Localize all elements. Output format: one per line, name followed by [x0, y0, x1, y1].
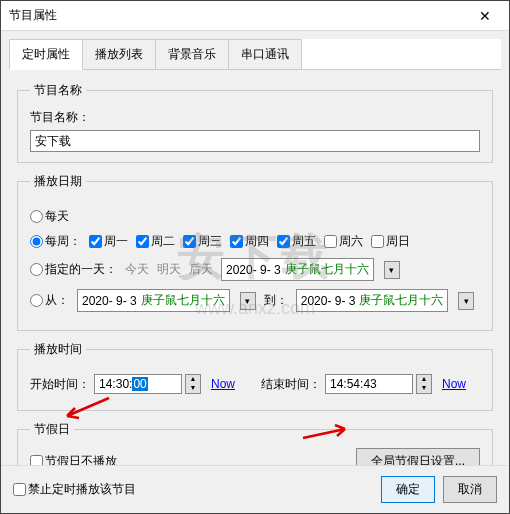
group-play-date: 播放日期 每天 每周： 周一 周二 周三 周四 周五 周六 周日 — [17, 173, 493, 331]
check-thu[interactable]: 周四 — [230, 233, 269, 250]
check-tue[interactable]: 周二 — [136, 233, 175, 250]
spin-down-icon[interactable]: ▼ — [417, 384, 431, 393]
spinner-start[interactable]: ▲ ▼ — [185, 374, 201, 394]
label-program-name: 节目名称： — [30, 109, 480, 126]
legend-holiday: 节假日 — [30, 421, 74, 438]
check-wed[interactable]: 周三 — [183, 233, 222, 250]
date-picker-from[interactable]: 2020- 9- 3 庚子鼠七月十六 — [77, 289, 230, 312]
legend-program-name: 节目名称 — [30, 82, 86, 99]
spinner-end[interactable]: ▲ ▼ — [416, 374, 432, 394]
radio-range-input[interactable] — [30, 294, 43, 307]
radio-weekly[interactable]: 每周： — [30, 233, 81, 250]
btn-today[interactable]: 今天 — [125, 261, 149, 278]
cancel-button[interactable]: 取消 — [443, 476, 497, 503]
window-title: 节目属性 — [9, 7, 57, 24]
date-picker-to[interactable]: 2020- 9- 3 庚子鼠七月十六 — [296, 289, 449, 312]
label-to: 到： — [264, 292, 288, 309]
tab-content: 节目名称 节目名称： 播放日期 每天 每周： 周一 周二 周三 周四 — [1, 70, 509, 508]
radio-specific-day[interactable]: 指定的一天： — [30, 261, 117, 278]
dialog-window: 节目属性 ✕ 定时属性 播放列表 背景音乐 串口通讯 节目名称 节目名称： 播放… — [0, 0, 510, 514]
spin-up-icon[interactable]: ▲ — [417, 375, 431, 384]
check-mon[interactable]: 周一 — [89, 233, 128, 250]
radio-daily-input[interactable] — [30, 210, 43, 223]
date-picker-specific[interactable]: 2020- 9- 3 庚子鼠七月十六 — [221, 258, 374, 281]
tab-serial[interactable]: 串口通讯 — [228, 39, 302, 69]
chevron-down-icon[interactable]: ▾ — [458, 292, 474, 310]
label-end-time: 结束时间： — [261, 376, 321, 393]
input-program-name[interactable] — [30, 130, 480, 152]
legend-play-date: 播放日期 — [30, 173, 86, 190]
chevron-down-icon[interactable]: ▾ — [384, 261, 400, 279]
input-end-time[interactable]: 14:54:43 — [325, 374, 413, 394]
label-start-time: 开始时间： — [30, 376, 90, 393]
dialog-footer: 禁止定时播放该节目 确定 取消 — [1, 465, 509, 513]
spin-up-icon[interactable]: ▲ — [186, 375, 200, 384]
titlebar: 节目属性 ✕ — [1, 1, 509, 31]
chevron-down-icon[interactable]: ▾ — [240, 292, 256, 310]
input-start-time[interactable]: 14:30:00 — [94, 374, 182, 394]
radio-range[interactable]: 从： — [30, 292, 69, 309]
link-now-start[interactable]: Now — [211, 377, 235, 391]
tab-bar: 定时属性 播放列表 背景音乐 串口通讯 — [9, 39, 501, 70]
close-icon[interactable]: ✕ — [469, 6, 501, 26]
check-fri[interactable]: 周五 — [277, 233, 316, 250]
spin-down-icon[interactable]: ▼ — [186, 384, 200, 393]
tab-playlist[interactable]: 播放列表 — [82, 39, 156, 69]
group-program-name: 节目名称 节目名称： — [17, 82, 493, 163]
btn-tomorrow[interactable]: 明天 — [157, 261, 181, 278]
btn-aftertomorrow[interactable]: 后天 — [189, 261, 213, 278]
legend-play-time: 播放时间 — [30, 341, 86, 358]
group-play-time: 播放时间 开始时间： 14:30:00 ▲ ▼ Now 结束时间： 14:54:… — [17, 341, 493, 411]
check-sat[interactable]: 周六 — [324, 233, 363, 250]
radio-specific-input[interactable] — [30, 263, 43, 276]
ok-button[interactable]: 确定 — [381, 476, 435, 503]
tab-bgm[interactable]: 背景音乐 — [155, 39, 229, 69]
radio-daily[interactable]: 每天 — [30, 208, 69, 225]
link-now-end[interactable]: Now — [442, 377, 466, 391]
radio-weekly-input[interactable] — [30, 235, 43, 248]
check-sun[interactable]: 周日 — [371, 233, 410, 250]
check-forbid-timer[interactable]: 禁止定时播放该节目 — [13, 481, 136, 498]
tab-timer-props[interactable]: 定时属性 — [9, 39, 83, 70]
